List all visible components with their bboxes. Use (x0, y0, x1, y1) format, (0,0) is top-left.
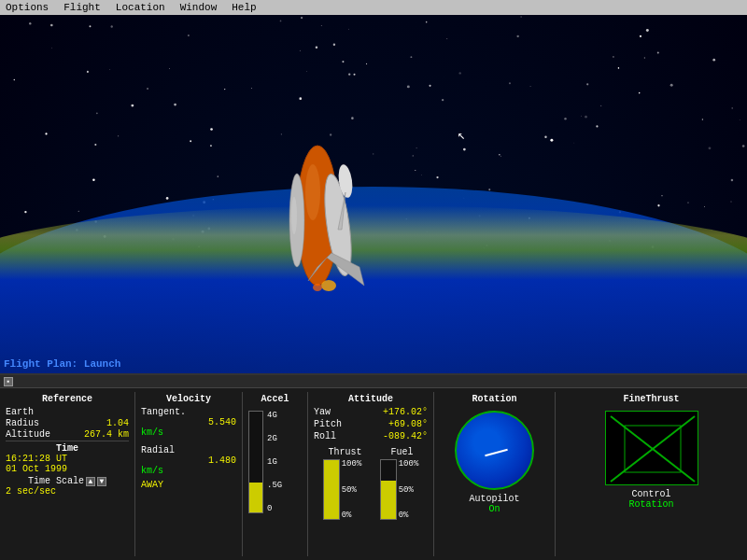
radius-label: Radius (6, 418, 39, 428)
time-value: 16:21:28 UT (6, 454, 129, 464)
accel-label-4g: 4G (267, 411, 282, 420)
finethrust-display (605, 411, 698, 485)
menu-options[interactable]: Options (4, 2, 50, 13)
velocity-title: Velocity (141, 394, 236, 404)
velocity-column: Velocity Tangent. 5.540 km/s Radial 1.48… (135, 392, 243, 556)
svg-point-1 (305, 164, 320, 220)
fuel-label: Fuel (390, 447, 413, 457)
attitude-indicator-line (485, 449, 508, 456)
attitude-column: Attitude Yaw +176.02° Pitch +69.08° Roll… (308, 392, 434, 556)
hud-titlebar: ▪ (0, 375, 747, 388)
yaw-value: +176.02° (383, 407, 428, 417)
fuel-100-label: 100% (399, 459, 419, 469)
pitch-row: Pitch +69.08° (314, 419, 428, 429)
timescale-row: Time Scale ▲ ▼ (6, 476, 129, 486)
fuel-bar (380, 459, 397, 520)
vel-direction: AWAY (141, 480, 236, 490)
viewport: ↖ Flight Plan: Launch (0, 15, 747, 373)
accel-column: Accel 4G 2G 1G .5G 0 (243, 392, 308, 556)
altitude-label: Altitude (6, 429, 50, 440)
thrust-0-label: 0% (342, 511, 362, 520)
timescale-down-btn[interactable]: ▼ (97, 477, 106, 486)
radial-label: Radial (141, 445, 236, 455)
vel-unit2: km/s (141, 466, 236, 476)
pitch-label: Pitch (314, 419, 342, 429)
earth-row: Earth (6, 407, 129, 417)
roll-value: -089.42° (383, 431, 428, 441)
control-value: Rotation (561, 499, 741, 510)
timescale-up-btn[interactable]: ▲ (86, 477, 95, 486)
yaw-row: Yaw +176.02° (314, 407, 428, 417)
reference-title: Reference (6, 394, 129, 404)
attitude-title: Attitude (314, 394, 428, 404)
hud-panel: ▪ Reference Earth Radius 1.04 Altitude 2… (0, 373, 747, 560)
time-title: Time (6, 441, 129, 454)
accel-labels: 4G 2G 1G .5G 0 (267, 411, 282, 513)
finethrust-column: FineThrust Control Rotation (556, 392, 747, 556)
earth-label: Earth (6, 407, 34, 417)
attitude-indicator (455, 411, 534, 490)
svg-point-9 (321, 280, 336, 291)
menubar: Options Flight Location Window Help (0, 0, 747, 15)
reference-column: Reference Earth Radius 1.04 Altitude 267… (0, 392, 135, 556)
autopilot-value: On (440, 504, 549, 514)
radius-row: Radius 1.04 (6, 418, 129, 428)
autopilot-label: Autopilot (440, 494, 549, 504)
thrust-100-label: 100% (342, 459, 362, 469)
rotation-title: Rotation (440, 394, 549, 404)
shuttle (261, 136, 392, 286)
fuel-fill (381, 481, 396, 519)
fuel-50-label: 50% (399, 485, 419, 495)
timescale-value: 2 sec/sec (6, 486, 129, 497)
tangent-value: 5.540 (141, 417, 236, 427)
pitch-value: +69.08° (388, 419, 428, 429)
radial-value: 1.480 (141, 455, 236, 466)
accel-label-2g: 2G (267, 434, 282, 443)
menu-location[interactable]: Location (114, 2, 167, 13)
fuel-0-label: 0% (399, 511, 419, 520)
vel-unit1: km/s (141, 427, 236, 438)
finethrust-title: FineThrust (561, 394, 741, 404)
tangent-label: Tangent. (141, 407, 236, 417)
accel-label-halfg: .5G (267, 481, 282, 490)
accel-label-1g: 1G (267, 457, 282, 467)
roll-row: Roll -089.42° (314, 431, 428, 441)
hud-content: Reference Earth Radius 1.04 Altitude 267… (0, 388, 747, 560)
thrust-bar (323, 459, 340, 520)
accel-title: Accel (248, 394, 302, 404)
hud-icon[interactable]: ▪ (4, 377, 13, 386)
control-label: Control (561, 489, 741, 499)
yaw-label: Yaw (314, 407, 331, 417)
accel-bar (248, 411, 263, 513)
svg-point-5 (291, 197, 297, 234)
radius-value: 1.04 (106, 418, 129, 428)
flight-plan-text: Flight Plan: Launch (4, 358, 120, 370)
svg-point-10 (313, 284, 322, 291)
thrust-fill (324, 460, 339, 519)
thrust-label: Thrust (328, 447, 361, 457)
menu-flight[interactable]: Flight (62, 2, 103, 13)
roll-label: Roll (314, 431, 336, 441)
altitude-row: Altitude 267.4 km (6, 429, 129, 440)
rotation-column: Rotation Autopilot On (434, 392, 556, 556)
menu-window[interactable]: Window (178, 2, 219, 13)
date-value: 01 Oct 1999 (6, 464, 129, 474)
menu-help[interactable]: Help (230, 2, 258, 13)
thrust-50-label: 50% (342, 485, 362, 495)
accel-label-0: 0 (267, 504, 282, 513)
timescale-label: Time Scale (28, 476, 84, 486)
altitude-value: 267.4 km (84, 429, 129, 440)
accel-fill (249, 483, 262, 512)
